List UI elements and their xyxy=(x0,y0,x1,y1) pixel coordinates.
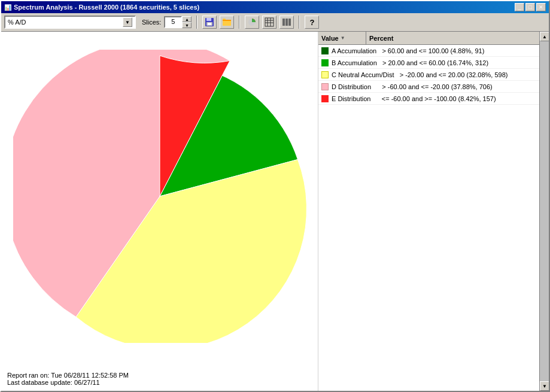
window-title: Spectrum Analysis - Russell 2000 (1864 s… xyxy=(14,4,199,11)
spin-buttons: ▲ ▼ xyxy=(182,16,192,28)
scroll-down-button[interactable]: ▼ xyxy=(540,381,549,391)
pie-chart xyxy=(13,50,306,343)
scroll-up-button[interactable]: ▲ xyxy=(540,32,549,41)
legend-label-e: E Distribution <= -60.00 and >= -100.00 … xyxy=(332,95,496,102)
close-button[interactable]: ✕ xyxy=(536,3,546,11)
svg-rect-14 xyxy=(285,19,288,26)
legend-col-percent: Percent xyxy=(366,32,539,44)
footer-text: Report ran on: Tue 06/28/11 12:52:58 PM … xyxy=(7,372,129,386)
maximize-button[interactable]: □ xyxy=(525,3,535,11)
slices-control: 5 ▲ ▼ xyxy=(164,16,192,28)
legend-row-e: E Distribution <= -60.00 and >= -100.00 … xyxy=(318,93,539,105)
legend-color-c xyxy=(321,71,329,78)
scrollbar: ▲ ▼ xyxy=(539,32,549,391)
legend-row-a: A Accumulation > 60.00 and <= 100.00 (4.… xyxy=(318,45,539,57)
spin-up-button[interactable]: ▲ xyxy=(182,16,192,22)
save-button[interactable] xyxy=(202,16,217,29)
legend-label-a: A Accumulation > 60.00 and <= 100.00 (4.… xyxy=(332,47,484,54)
app-icon: 📊 xyxy=(4,4,11,11)
db-update: Last database update: 06/27/11 xyxy=(7,379,129,386)
toolbar-separator-1 xyxy=(196,16,197,29)
main-content: Report ran on: Tue 06/28/11 12:52:58 PM … xyxy=(1,32,549,391)
help-button[interactable]: ? xyxy=(305,16,319,29)
svg-rect-13 xyxy=(282,19,285,26)
spin-down-button[interactable]: ▼ xyxy=(182,22,192,28)
indicator-dropdown[interactable]: % A/D ▼ xyxy=(4,16,136,29)
chart-area: Report ran on: Tue 06/28/11 12:52:58 PM … xyxy=(1,32,318,391)
toolbar: % A/D ▼ Slices: 5 ▲ ▼ xyxy=(1,13,549,32)
scroll-track[interactable] xyxy=(540,41,549,381)
legend-color-a xyxy=(321,47,329,54)
legend-rows: A Accumulation > 60.00 and <= 100.00 (4.… xyxy=(318,45,539,391)
legend-area: Value ▼ Percent A Accumulation > 60.00 a… xyxy=(318,32,539,391)
legend-row-c: C Neutral Accum/Dist > -20.00 and <= 20.… xyxy=(318,69,539,81)
sort-icon[interactable]: ▼ xyxy=(341,35,345,41)
minimize-button[interactable]: _ xyxy=(515,3,524,11)
toolbar-separator-2 xyxy=(239,16,240,29)
title-bar-buttons: _ □ ✕ xyxy=(515,3,546,11)
report-date: Report ran on: Tue 06/28/11 12:52:58 PM xyxy=(7,372,129,379)
legend-label-d: D Distribution > -60.00 and <= -20.00 (3… xyxy=(332,83,493,90)
pie-svg xyxy=(13,50,306,343)
legend-header: Value ▼ Percent xyxy=(318,32,539,45)
legend-row-b: B Accumulation > 20.00 and <= 60.00 (16.… xyxy=(318,57,539,69)
svg-rect-6 xyxy=(223,20,231,21)
slices-input[interactable]: 5 xyxy=(164,16,182,28)
legend-label-b: B Accumulation > 20.00 and <= 60.00 (16.… xyxy=(332,59,488,66)
legend-color-e xyxy=(321,95,329,102)
main-window: 📊 Spectrum Analysis - Russell 2000 (1864… xyxy=(0,0,550,392)
svg-rect-15 xyxy=(288,19,291,26)
open-button[interactable] xyxy=(220,16,234,29)
columns-button[interactable] xyxy=(279,16,294,29)
legend-col-value: Value ▼ xyxy=(318,32,366,44)
slices-label: Slices: xyxy=(142,19,161,26)
svg-rect-8 xyxy=(265,18,274,26)
legend-row-d: D Distribution > -60.00 and <= -20.00 (3… xyxy=(318,81,539,93)
legend-color-d xyxy=(321,83,329,90)
pie-chart-button[interactable] xyxy=(245,16,259,29)
dropdown-arrow[interactable]: ▼ xyxy=(123,17,132,27)
dropdown-value: % A/D xyxy=(8,19,26,26)
legend-color-b xyxy=(321,59,329,66)
svg-rect-3 xyxy=(208,23,211,25)
title-bar-left: 📊 Spectrum Analysis - Russell 2000 (1864… xyxy=(4,4,199,11)
svg-rect-1 xyxy=(206,18,211,21)
table-button[interactable] xyxy=(262,16,276,29)
legend-label-c: C Neutral Accum/Dist > -20.00 and <= 20.… xyxy=(332,71,508,78)
toolbar-separator-3 xyxy=(299,16,300,29)
title-bar: 📊 Spectrum Analysis - Russell 2000 (1864… xyxy=(1,1,549,13)
